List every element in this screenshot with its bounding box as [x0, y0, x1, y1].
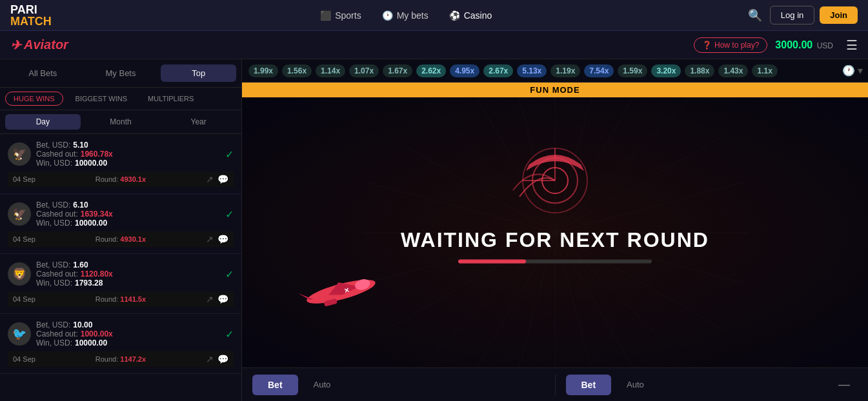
cashout-label: Cashed out:: [36, 269, 78, 279]
bet-button-2[interactable]: Bet: [566, 375, 612, 395]
chat-icon[interactable]: 💬: [217, 174, 228, 184]
bet-value: 10.00: [73, 320, 92, 329]
parimatch-logo[interactable]: PARI MATCH: [10, 4, 52, 27]
fun-mode-bar: FUN MODE: [242, 83, 868, 97]
progress-bar: [458, 260, 652, 264]
multiplier-value: 3.20x: [651, 64, 681, 77]
tab-biggest-wins[interactable]: BIGGEST WINS: [67, 92, 136, 106]
bet-cashout: Cashed out: 1960.78x: [36, 150, 220, 159]
bet-entry: 🦅 Bet, USD: 6.10 Cashed out: 1639.34x Wi…: [0, 194, 241, 254]
bet-amount: Bet, USD: 6.10: [36, 200, 220, 210]
round-label: Round: 4930.1x: [96, 175, 146, 183]
tab-top[interactable]: Top: [161, 64, 236, 82]
round-date: 04 Sep: [13, 295, 35, 303]
tab-day[interactable]: Day: [5, 114, 81, 130]
bet-entry: 🦁 Bet, USD: 1.60 Cashed out: 1120.80x Wi…: [0, 254, 241, 314]
casino-icon: ⚽: [449, 10, 460, 21]
cashout-value: 1960.78x: [81, 150, 113, 159]
bet-cashout: Cashed out: 1000.00x: [36, 329, 220, 338]
bets-tabs: All Bets My Bets Top: [0, 59, 241, 88]
multiplier-value: 1.07x: [349, 64, 379, 77]
tab-my-bets[interactable]: My Bets: [83, 64, 159, 82]
balance-currency: USD: [817, 41, 833, 50]
bet-label: Bet, USD:: [36, 320, 70, 329]
chat-icon[interactable]: 💬: [217, 294, 228, 304]
bet-value: 6.10: [73, 200, 88, 210]
bet-amount: Bet, USD: 1.60: [36, 260, 220, 269]
multiplier-value: 2.67x: [483, 64, 513, 77]
tab-month[interactable]: Month: [83, 114, 159, 130]
share-icon[interactable]: ↗: [206, 354, 214, 364]
chat-icon[interactable]: 💬: [217, 234, 228, 244]
bet-button-1[interactable]: Bet: [252, 375, 298, 395]
multiplier-value: 1.1x: [752, 64, 777, 77]
share-icon[interactable]: ↗: [206, 174, 214, 184]
win-value: 1793.28: [75, 279, 103, 288]
round-actions: ↗ 💬: [206, 294, 228, 304]
multiplier-value: 1.59x: [618, 64, 647, 77]
waiting-title: WAITING FOR NEXT ROUND: [401, 228, 709, 252]
bet-entry: 🦅 Bet, USD: 5.10 Cashed out: 1960.78x Wi…: [0, 134, 241, 194]
bet-win: Win, USD: 1793.28: [36, 279, 220, 288]
top-navigation: PARI MATCH ⬛ Sports 🕐 My bets ⚽ Casino 🔍…: [0, 0, 868, 31]
time-tabs: Day Month Year: [0, 110, 241, 134]
join-button[interactable]: Join: [820, 6, 858, 24]
cashout-value: 1120.80x: [81, 269, 113, 279]
tab-all-bets[interactable]: All Bets: [5, 64, 81, 82]
question-icon: ❓: [702, 41, 712, 50]
tab-multipliers[interactable]: MULTIPLIERS: [139, 92, 202, 106]
plane-bottom: ✕: [294, 262, 378, 316]
nav-sports[interactable]: ⬛ Sports: [312, 8, 368, 23]
bet-value: 5.10: [73, 141, 88, 150]
sports-label: Sports: [335, 10, 361, 21]
main-content: All Bets My Bets Top HUGE WINS BIGGEST W…: [0, 59, 868, 401]
cashout-value: 1639.34x: [81, 210, 113, 219]
round-label: Round: 1147.2x: [96, 355, 146, 363]
bet-amount: Bet, USD: 10.00: [36, 320, 220, 329]
win-label: Win, USD:: [36, 219, 72, 228]
round-multiplier: 4930.1x: [120, 175, 146, 183]
round-actions: ↗ 💬: [206, 174, 228, 184]
round-info: 04 Sep Round: 1147.2x ↗ 💬: [8, 351, 234, 367]
minus-button[interactable]: —: [831, 373, 858, 396]
verified-icon: ✓: [225, 268, 234, 280]
round-multiplier: 4930.1x: [120, 235, 146, 243]
round-info: 04 Sep Round: 4930.1x ↗ 💬: [8, 171, 234, 187]
cashout-value: 1000.00x: [81, 329, 113, 338]
nav-casino[interactable]: ⚽ Casino: [441, 8, 500, 23]
login-button[interactable]: Log in: [770, 6, 814, 24]
chevron-down-icon[interactable]: ▾: [858, 64, 863, 77]
tab-year[interactable]: Year: [161, 114, 236, 130]
hamburger-menu-icon[interactable]: ☰: [846, 37, 858, 53]
aviator-title: Aviator: [24, 37, 68, 52]
nav-right: 🔍 Log in Join: [745, 6, 858, 25]
multiplier-value: 5.13x: [517, 64, 547, 77]
aviator-logo: ✈ Aviator: [10, 37, 68, 53]
share-icon[interactable]: ↗: [206, 294, 214, 304]
auto-button-1[interactable]: Auto: [303, 375, 341, 395]
round-date: 04 Sep: [13, 175, 35, 183]
verified-icon: ✓: [225, 208, 234, 220]
multiplier-bar-icons[interactable]: 🕐 ▾: [842, 64, 863, 77]
win-label: Win, USD:: [36, 338, 72, 347]
radar-icon: [510, 139, 600, 219]
win-tabs: HUGE WINS BIGGEST WINS MULTIPLIERS: [0, 88, 241, 110]
nav-mybets[interactable]: 🕐 My bets: [374, 8, 436, 23]
chat-icon[interactable]: 💬: [217, 354, 228, 364]
plane-icon: ✈: [10, 37, 21, 53]
auto-button-2[interactable]: Auto: [616, 375, 654, 395]
how-to-play-button[interactable]: ❓ How to play?: [694, 37, 767, 53]
game-panel: 1.99x1.56x1.14x1.07x1.67x2.62x4.95x2.67x…: [242, 59, 868, 401]
multiplier-value: 1.56x: [282, 64, 312, 77]
search-icon[interactable]: 🔍: [745, 6, 765, 25]
mybets-label: My bets: [397, 10, 429, 21]
win-value: 10000.00: [75, 219, 107, 228]
bet-controls: Bet Auto Bet Auto —: [242, 367, 868, 401]
bet-amount: Bet, USD: 5.10: [36, 141, 220, 150]
avatar: 🦁: [8, 262, 31, 286]
share-icon[interactable]: ↗: [206, 234, 214, 244]
history-icon[interactable]: 🕐: [842, 64, 855, 77]
tab-huge-wins[interactable]: HUGE WINS: [5, 92, 63, 106]
win-value: 10000.00: [75, 159, 107, 168]
round-actions: ↗ 💬: [206, 234, 228, 244]
